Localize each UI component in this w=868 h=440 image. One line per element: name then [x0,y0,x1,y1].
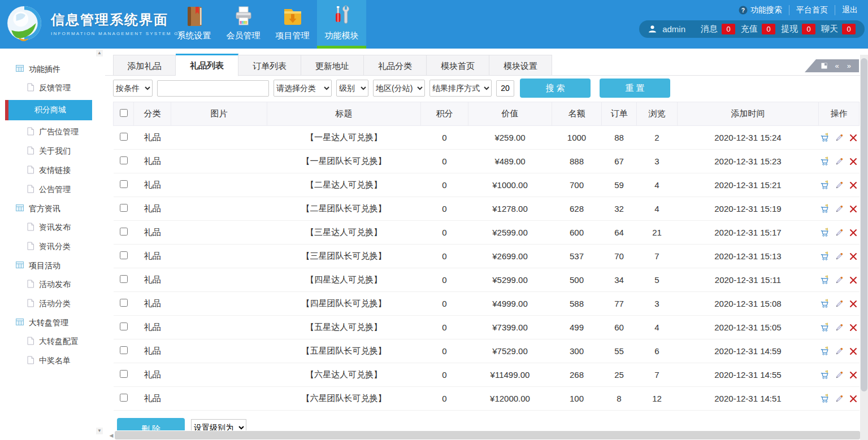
edit-icon[interactable] [834,346,844,356]
delete-icon[interactable] [848,251,858,262]
cart-icon[interactable] [820,156,830,167]
orders-cell[interactable]: 64 [602,221,637,245]
category-select[interactable]: 请选择分类 [274,80,332,97]
sidebar-item-资讯发布[interactable]: 资讯发布 [0,218,105,237]
sidebar-item-关于我们[interactable]: 关于我们 [0,142,105,161]
delete-icon[interactable] [848,299,858,309]
select-all-checkbox[interactable] [120,109,128,117]
tab-模块首页[interactable]: 模块首页 [427,55,489,76]
row-checkbox[interactable] [120,180,128,188]
user-stat-提现[interactable]: 提现0 [781,24,815,34]
orders-cell[interactable]: 70 [602,245,637,268]
sidebar-group-大转盘管理[interactable]: 大转盘管理 [0,313,105,332]
cart-icon[interactable] [820,204,830,214]
tab-订单列表[interactable]: 订单列表 [238,55,301,76]
sidebar-item-广告位管理[interactable]: 广告位管理 [0,123,105,142]
row-checkbox[interactable] [120,133,128,141]
row-checkbox[interactable] [120,156,128,164]
delete-icon[interactable] [848,180,858,190]
tab-添加礼品[interactable]: 添加礼品 [113,55,176,76]
cart-icon[interactable] [820,180,830,190]
delete-icon[interactable] [848,275,858,285]
title-cell[interactable]: 【五星达人可兑换】 [267,316,421,339]
sidebar-item-中奖名单[interactable]: 中奖名单 [0,351,105,371]
collapse-right-icon[interactable]: » [847,62,851,69]
panel-icon[interactable] [821,63,827,69]
sidebar-item-资讯分类[interactable]: 资讯分类 [0,237,105,256]
row-checkbox[interactable] [120,394,128,402]
orders-cell[interactable]: 32 [602,197,637,221]
sidebar-item-积分商城[interactable]: 积分商城 [5,100,92,120]
edit-icon[interactable] [834,133,844,143]
edit-icon[interactable] [834,228,844,238]
cart-icon[interactable] [820,228,830,238]
scroll-up-arrow[interactable]: ▲ [96,50,103,56]
sidebar-group-项目活动[interactable]: 项目活动 [0,256,105,275]
edit-icon[interactable] [834,275,844,285]
edit-icon[interactable] [834,180,844,190]
row-checkbox[interactable] [120,251,128,259]
title-cell[interactable]: 【二星达人可兑换】 [267,173,421,197]
title-cell[interactable]: 【五星团队长可兑换】 [267,339,421,363]
edit-icon[interactable] [834,204,844,214]
sidebar-item-大转盘配置[interactable]: 大转盘配置 [0,332,105,351]
delete-icon[interactable] [848,156,858,167]
row-checkbox[interactable] [120,228,128,236]
orders-cell[interactable]: 8 [602,387,637,411]
title-cell[interactable]: 【四星达人可兑换】 [267,268,421,292]
sort-select[interactable]: 结果排序方式 [429,80,492,97]
edit-icon[interactable] [834,394,844,404]
title-cell[interactable]: 【三星团队长可兑换】 [267,245,421,268]
sidebar-group-官方资讯[interactable]: 官方资讯 [0,199,105,218]
row-checkbox[interactable] [120,346,128,354]
edit-icon[interactable] [834,370,844,380]
orders-cell[interactable]: 55 [602,339,637,363]
orders-cell[interactable]: 67 [602,150,637,173]
orders-cell[interactable]: 25 [602,363,637,387]
title-cell[interactable]: 【六星达人可兑换】 [267,363,421,387]
nav-item-项目管理[interactable]: 项目管理 [268,0,317,49]
cart-icon[interactable] [820,251,830,262]
title-cell[interactable]: 【四星团队长可兑换】 [267,292,421,316]
delete-icon[interactable] [848,133,858,143]
cart-icon[interactable] [820,275,830,285]
title-cell[interactable]: 【三星达人可兑换】 [267,221,421,245]
nav-item-功能模块[interactable]: 功能模块 [317,0,366,49]
sidebar-item-活动发布[interactable]: 活动发布 [0,275,105,294]
horizontal-scroll-thumb[interactable] [115,431,860,439]
collapse-left-icon[interactable]: « [835,62,839,69]
delete-icon[interactable] [848,370,858,380]
orders-cell[interactable]: 88 [602,126,637,150]
quick-link-功能搜索[interactable]: ?功能搜索 [732,5,789,15]
region-select[interactable]: 地区(分站) [373,80,425,97]
user-stat-聊天[interactable]: 聊天0 [821,24,856,34]
nav-item-系统设置[interactable]: 系统设置 [170,0,219,49]
row-checkbox[interactable] [120,275,128,283]
tab-礼品列表[interactable]: 礼品列表 [176,54,238,76]
orders-cell[interactable]: 77 [602,292,637,316]
quick-link-平台首页[interactable]: 平台首页 [789,5,835,15]
orders-cell[interactable]: 34 [602,268,637,292]
sidebar-scrollbar[interactable]: ▲ ▼ [96,50,103,439]
vertical-scrollbar[interactable] [860,55,868,440]
title-cell[interactable]: 【一星达人可兑换】 [267,126,421,150]
sidebar-group-功能插件[interactable]: 功能插件 [0,60,105,79]
title-cell[interactable]: 【六星团队长可兑换】 [267,387,421,411]
user-stat-充值[interactable]: 充值0 [741,24,775,34]
vertical-scroll-thumb[interactable] [861,58,867,391]
title-cell[interactable]: 【一星团队长可兑换】 [267,150,421,173]
delete-icon[interactable] [848,346,858,356]
nav-item-会员管理[interactable]: 会员管理 [219,0,268,49]
search-button[interactable]: 搜 索 [520,79,591,98]
orders-cell[interactable]: 59 [602,173,637,197]
sidebar-item-反馈管理[interactable]: 反馈管理 [0,79,105,98]
scroll-down-arrow[interactable]: ▼ [96,428,103,434]
delete-icon[interactable] [848,323,858,333]
cart-icon[interactable] [820,299,830,309]
level-select[interactable]: 级别 [336,80,368,97]
horizontal-scrollbar[interactable]: ◀ [108,430,860,440]
condition-select[interactable]: 按条件 [113,80,153,97]
edit-icon[interactable] [834,156,844,167]
cart-icon[interactable] [820,394,830,404]
edit-icon[interactable] [834,323,844,333]
